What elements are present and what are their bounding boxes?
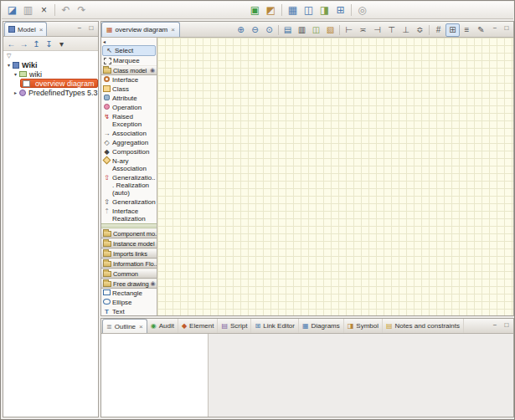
- minimize-icon[interactable]: −: [75, 23, 85, 33]
- palette-item-label: N-ary Association: [112, 157, 156, 172]
- zoom-out-icon[interactable]: ⊖: [248, 23, 262, 37]
- export-image-icon[interactable]: ◫: [309, 23, 323, 37]
- class-diagram-icon[interactable]: ▦: [285, 3, 301, 18]
- sequence-diagram-icon[interactable]: ⊞: [332, 3, 348, 18]
- show-guides-icon[interactable]: ≡: [460, 23, 474, 37]
- palette-item-attribute[interactable]: Attribute: [101, 94, 157, 103]
- outline-preview-area[interactable]: [101, 334, 209, 417]
- palette-item-aggregation[interactable]: ◇ Aggregation: [101, 138, 157, 147]
- palette-item-association[interactable]: → Association: [101, 129, 157, 138]
- palette-item-nary-association[interactable]: N-ary Association: [101, 156, 157, 173]
- tree-item-predefinedtypes[interactable]: ▸ PredefinedTypes 5.3.00: [3, 88, 98, 97]
- palette-tool-marquee[interactable]: Marquee: [101, 56, 157, 65]
- align-right-icon[interactable]: ⊣: [370, 23, 384, 37]
- palette-drawer-information-flows[interactable]: Information Flo...: [101, 259, 157, 269]
- palette-tool-select[interactable]: ↖ Select: [102, 45, 156, 56]
- palette-item-generalization-auto[interactable]: ⇧ Generalizatio... Realization (auto): [101, 173, 157, 197]
- close-icon[interactable]: ×: [171, 26, 175, 33]
- marquee-icon: [104, 58, 111, 64]
- maximize-icon[interactable]: □: [502, 320, 512, 330]
- palette-drawer-common[interactable]: Common: [101, 269, 157, 279]
- pen-icon[interactable]: ✎: [474, 23, 488, 37]
- tab-symbol[interactable]: ◨ Symbol: [344, 319, 383, 333]
- maximize-icon[interactable]: □: [502, 23, 512, 33]
- tab-diagrams[interactable]: ▦ Diagrams: [299, 319, 344, 333]
- diagram-canvas[interactable]: [157, 38, 513, 315]
- tab-model[interactable]: Model ×: [4, 22, 47, 36]
- pin-icon[interactable]: ◉: [150, 67, 155, 74]
- palette-item-interface-realization[interactable]: ⇡ Interface Realization: [101, 207, 157, 223]
- save-diagram-icon[interactable]: ▤: [281, 23, 295, 37]
- package-diagram-icon[interactable]: ◫: [301, 3, 317, 18]
- tab-audit[interactable]: ◉ Audit: [147, 319, 178, 333]
- palette-item-composition[interactable]: ◆ Composition: [101, 147, 157, 156]
- palette-drawer-class-model[interactable]: Class model ◉: [101, 65, 157, 75]
- back-icon[interactable]: ←: [5, 38, 18, 50]
- operation-icon: [104, 104, 110, 110]
- print-icon[interactable]: ▥: [295, 23, 309, 37]
- zoom-fit-icon[interactable]: ⊙: [262, 23, 276, 37]
- palette-item-text[interactable]: T Text: [101, 307, 157, 315]
- palette-drawer-imports-links[interactable]: Imports links: [101, 248, 157, 259]
- usecase-diagram-icon[interactable]: ◨: [317, 3, 332, 18]
- expander-icon[interactable]: ▾: [5, 62, 13, 68]
- up-icon[interactable]: ↥: [30, 38, 43, 50]
- palette-item-class[interactable]: Class: [101, 85, 157, 94]
- tab-script[interactable]: ▤ Script: [218, 319, 251, 333]
- tree-filter-row: ▽: [3, 51, 98, 60]
- palette-item-label: Raised Exception: [112, 113, 156, 128]
- minimize-icon[interactable]: −: [490, 320, 500, 330]
- tab-overview-diagram[interactable]: ▦ overview diagram ×: [101, 22, 180, 37]
- palette-item-ellipse[interactable]: Ellipse: [101, 298, 157, 307]
- tab-element[interactable]: ◆ Element: [178, 319, 219, 333]
- align-left-icon[interactable]: ⊢: [342, 23, 356, 37]
- palette-item-label: Class: [112, 85, 156, 93]
- palette-collapse-icon[interactable]: ◂: [103, 38, 106, 44]
- drawer-folder-icon: [103, 241, 111, 247]
- tab-outline[interactable]: ≣ Outline ×: [102, 319, 147, 333]
- palette-item-rectangle[interactable]: Rectangle: [101, 289, 157, 298]
- snap-to-grid-icon[interactable]: ⊞: [445, 23, 460, 37]
- distribute-icon[interactable]: ≎: [413, 23, 427, 37]
- tree-item-label: wiki: [29, 70, 42, 79]
- close-icon[interactable]: ×: [139, 323, 143, 330]
- search-icon[interactable]: ◎: [354, 3, 370, 18]
- selected-row-highlight: overview diagram: [20, 79, 98, 88]
- forward-icon[interactable]: →: [18, 38, 30, 50]
- palette-browser-icon[interactable]: ◩: [263, 3, 279, 18]
- align-bottom-icon[interactable]: ⊥: [399, 23, 413, 37]
- tab-link-editor[interactable]: ⊞ Link Editor: [251, 319, 299, 333]
- undo-icon[interactable]: ↶: [58, 3, 74, 18]
- align-top-icon[interactable]: ⊤: [384, 23, 399, 37]
- palette-item-interface[interactable]: Interface: [101, 75, 157, 85]
- close-icon[interactable]: ×: [39, 26, 44, 33]
- palette-item-generalization[interactable]: ⇧ Generalization: [101, 197, 157, 207]
- grid-icon[interactable]: #: [431, 23, 445, 37]
- palette-drawer-component-model[interactable]: Component mo...: [101, 228, 157, 238]
- down-icon[interactable]: ↧: [43, 38, 55, 50]
- tree-item-overview-diagram[interactable]: overview diagram: [3, 79, 98, 88]
- redo-icon[interactable]: ↷: [74, 3, 90, 18]
- save-icon[interactable]: ▥: [20, 3, 36, 18]
- expander-icon[interactable]: ▸: [12, 90, 19, 95]
- minimize-icon[interactable]: −: [490, 23, 500, 33]
- view-menu-icon[interactable]: ▾: [55, 38, 68, 50]
- palette-drawer-instance-model[interactable]: Instance model: [101, 238, 157, 248]
- zoom-in-icon[interactable]: ⊕: [234, 23, 248, 37]
- maximize-icon[interactable]: □: [86, 23, 96, 33]
- new-model-icon[interactable]: ◪: [4, 3, 20, 18]
- bottom-tabbar: ≣ Outline × ◉ Audit ◆ Element ▤ Script ⊞…: [101, 319, 513, 334]
- pin-icon[interactable]: ◉: [151, 280, 156, 287]
- tree-item-wiki-package[interactable]: ▾ wiki: [3, 69, 98, 79]
- tree-item-wiki-project[interactable]: ▾ Wiki: [3, 60, 98, 69]
- screenshot-icon[interactable]: ▣: [247, 3, 263, 18]
- delete-icon[interactable]: ×: [36, 3, 52, 18]
- palette-drawer-free-drawing[interactable]: Free drawing ◉: [101, 279, 157, 289]
- tab-notes-and-constraints[interactable]: ▤ Notes and constraints: [383, 319, 464, 333]
- palette-item-raised-exception[interactable]: ↯ Raised Exception: [101, 112, 157, 129]
- align-center-icon[interactable]: ≍: [356, 23, 370, 37]
- expander-icon[interactable]: ▾: [12, 71, 19, 77]
- palette-item-operation[interactable]: Operation: [101, 103, 157, 112]
- filter-icon[interactable]: ▽: [7, 53, 11, 59]
- page-setup-icon[interactable]: ▧: [323, 23, 337, 37]
